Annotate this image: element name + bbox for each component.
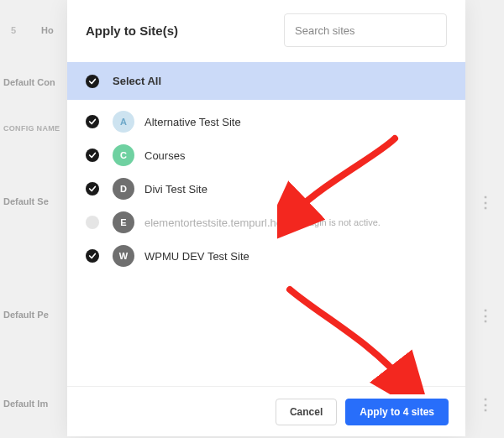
modal-footer: Cancel Apply to 4 sites <box>67 386 465 436</box>
site-row[interactable]: WWPMU DEV Test Site <box>67 239 465 273</box>
site-name: elementortestsite.tempurl.host <box>144 216 291 229</box>
select-all-label: Select All <box>113 75 161 87</box>
apply-button[interactable]: Apply to 4 sites <box>345 399 449 425</box>
search-input[interactable] <box>284 13 447 47</box>
site-avatar: C <box>113 144 134 166</box>
check-icon <box>88 185 97 193</box>
bg-overflow-menu-1[interactable]: ⋮ <box>465 193 504 211</box>
cancel-button[interactable]: Cancel <box>276 399 337 425</box>
select-all-checkbox[interactable] <box>86 75 99 88</box>
bg-overflow-menu-2[interactable]: ⋮ <box>465 306 504 325</box>
site-name: Divi Test Site <box>144 183 207 196</box>
site-checkbox[interactable] <box>86 182 99 196</box>
site-row[interactable]: DDivi Test Site <box>67 172 465 206</box>
site-name: Alternative Test Site <box>144 116 241 128</box>
site-avatar: A <box>113 111 134 133</box>
site-row: Eelementortestsite.tempurl.hostPlugin is… <box>67 206 465 239</box>
check-icon <box>88 151 97 159</box>
site-avatar: D <box>113 178 134 200</box>
site-row[interactable]: AAlternative Test Site <box>67 105 465 138</box>
site-avatar: E <box>113 211 134 233</box>
site-inactive-note: Plugin is not active. <box>301 217 381 227</box>
site-avatar: W <box>113 245 134 267</box>
site-list: AAlternative Test SiteCCoursesDDivi Test… <box>67 100 465 278</box>
apply-to-sites-modal: Apply to Site(s) Select All AAlternative… <box>67 0 465 436</box>
bg-text-0: Ho <box>41 25 54 35</box>
bg-col-num: 5 <box>3 25 24 35</box>
modal-title: Apply to Site(s) <box>86 23 178 38</box>
site-checkbox <box>86 216 99 229</box>
site-row[interactable]: CCourses <box>67 138 465 172</box>
check-icon <box>88 77 97 86</box>
check-icon <box>88 117 97 126</box>
site-checkbox[interactable] <box>86 249 99 263</box>
site-name: Courses <box>144 149 185 162</box>
site-name: WPMU DEV Test Site <box>144 250 249 263</box>
select-all-row[interactable]: Select All <box>67 62 465 100</box>
bg-overflow-menu-3[interactable]: ⋮ <box>465 395 504 414</box>
modal-header: Apply to Site(s) <box>67 0 465 62</box>
site-checkbox[interactable] <box>86 149 99 162</box>
site-checkbox[interactable] <box>86 115 99 128</box>
check-icon <box>88 252 97 260</box>
